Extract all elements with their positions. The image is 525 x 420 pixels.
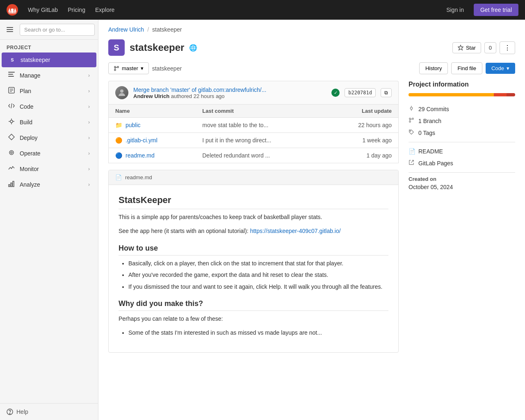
explore-link[interactable]: Explore	[95, 7, 114, 13]
readme-intro: This is a simple app for parents/coaches…	[119, 212, 388, 221]
readme-how-list: Basically, click on a player, then click…	[119, 259, 388, 291]
file-name-cell[interactable]: 🟠 .gitlab-ci.yml	[109, 133, 196, 148]
tags-info-item[interactable]: 0 Tags	[409, 127, 515, 139]
project-title: statskeeper	[130, 42, 184, 53]
commits-label: 29 Commits	[418, 106, 449, 112]
file-name-cell[interactable]: 🔵 readme.md	[109, 148, 196, 163]
last-update-cell: 1 week ago	[325, 133, 399, 148]
sidebar-item-plan[interactable]: Plan ›	[2, 84, 96, 98]
sidebar-item-monitor[interactable]: Monitor ›	[2, 162, 96, 176]
svg-point-25	[114, 69, 116, 71]
readme-body: StatsKeeper This is a simple app for par…	[109, 185, 398, 352]
breadcrumb-repo: statskeeper	[152, 26, 182, 33]
svg-point-11	[10, 120, 13, 123]
operate-label: Operate	[20, 150, 84, 157]
commit-hash[interactable]: b220781d	[345, 88, 376, 97]
manage-chevron: ›	[88, 73, 90, 78]
copy-hash-button[interactable]: ⧉	[381, 88, 392, 97]
info-divider-2	[409, 172, 515, 173]
svg-point-17	[11, 152, 12, 153]
svg-line-10	[11, 103, 12, 108]
file-name-cell[interactable]: 📁 public	[109, 118, 196, 133]
gitlab-logo[interactable]	[7, 4, 18, 16]
readme-info-item[interactable]: 📄 README	[409, 146, 515, 157]
commit-meta: Andrew Ulrich authored 22 hours ago	[133, 93, 326, 99]
list-item: Some of the stats I'm interested in such…	[128, 328, 388, 337]
sidebar-item-build[interactable]: Build ›	[2, 115, 96, 130]
plan-icon	[8, 87, 16, 95]
code-icon	[8, 103, 16, 111]
readme-filename: readme.md	[125, 174, 152, 180]
pricing-link[interactable]: Pricing	[68, 7, 85, 13]
sidebar-item-analyze[interactable]: Analyze ›	[2, 177, 96, 192]
readme-why-list: Some of the stats I'm interested in such…	[119, 328, 388, 337]
readme-app-link-line: See the app here (it starts with an opti…	[119, 226, 388, 235]
svg-point-34	[410, 131, 411, 132]
svg-line-35	[411, 160, 413, 163]
why-gitlab-link[interactable]: Why GitLab	[28, 7, 58, 13]
deploy-icon	[8, 134, 16, 142]
sidebar-item-statskeeper[interactable]: S statskeeper	[2, 52, 96, 67]
plan-chevron: ›	[88, 88, 90, 94]
more-button[interactable]: ⋮	[500, 41, 515, 54]
svg-point-16	[9, 151, 14, 155]
readme-why-title: Why did you make this?	[119, 299, 388, 311]
project-header: S statskeeper 🌐 Star 0 ⋮	[108, 39, 515, 56]
operate-chevron: ›	[88, 151, 90, 156]
svg-point-26	[117, 66, 119, 68]
sidebar: Search or go to... Project S statskeeper…	[0, 20, 98, 420]
main-content: Andrew Ulrich / statskeeper S statskeepe…	[98, 20, 525, 420]
file-icon: 📁	[115, 122, 122, 128]
readme-section: 📄 readme.md StatsKeeper This is a simple…	[108, 170, 399, 353]
commit-message[interactable]: Merge branch 'master' of gitlab.com:andr…	[133, 87, 326, 93]
list-item: Basically, click on a player, then click…	[128, 259, 388, 268]
col-last-update: Last update	[325, 105, 399, 118]
sidebar-item-operate[interactable]: Operate ›	[2, 146, 96, 161]
sidebar-item-deploy[interactable]: Deploy ›	[2, 130, 96, 145]
branch-name: master	[122, 65, 138, 71]
svg-point-27	[120, 89, 123, 93]
breadcrumb: Andrew Ulrich / statskeeper	[108, 26, 515, 33]
code-button[interactable]: Code ▾	[486, 63, 515, 74]
branch-info-label: 1 Branch	[418, 118, 441, 124]
code-label: Code	[20, 103, 84, 110]
breadcrumb-user-link[interactable]: Andrew Ulrich	[108, 26, 144, 33]
info-divider-1	[409, 142, 515, 142]
readme-why-intro: Perhaps you can relate to a few of these…	[119, 314, 388, 323]
sidebar-item-manage[interactable]: Manage ›	[2, 68, 96, 83]
sidebar-toggle-button[interactable]	[3, 23, 16, 36]
gitlab-pages-item[interactable]: GitLab Pages	[409, 157, 515, 169]
table-row: 🔵 readme.md Deleted redundant word ... 1…	[109, 148, 399, 163]
commit-time: 22 hours ago	[194, 93, 225, 99]
sign-in-link[interactable]: Sign in	[446, 7, 464, 13]
branch-info-item[interactable]: 1 Branch	[409, 115, 515, 127]
help-button[interactable]: Help	[0, 403, 98, 420]
sidebar-item-code[interactable]: Code ›	[2, 99, 96, 114]
deploy-chevron: ›	[88, 135, 90, 141]
content-with-sidebar: Merge branch 'master' of gitlab.com:andr…	[108, 81, 515, 353]
commits-info-item[interactable]: 29 Commits	[409, 103, 515, 115]
last-update-cell: 1 day ago	[325, 148, 399, 163]
readme-app-link[interactable]: https://statskeeper-409c07.gitlab.io/	[250, 228, 341, 234]
svg-rect-2	[7, 31, 13, 32]
branch-button[interactable]: master ▾	[108, 62, 149, 74]
svg-rect-1	[7, 29, 13, 30]
find-file-button[interactable]: Find file	[451, 62, 482, 74]
analyze-icon	[8, 180, 16, 189]
right-sidebar: Project information 29 Commits 1	[409, 81, 515, 353]
table-row: 📁 public move stat table to the to... 22…	[109, 118, 399, 133]
svg-point-32	[409, 121, 411, 123]
monitor-icon	[8, 165, 16, 173]
svg-rect-4	[8, 74, 13, 75]
free-trial-button[interactable]: Get free trial	[474, 4, 518, 16]
created-on-date: October 05, 2024	[409, 184, 515, 190]
commit-info: Merge branch 'master' of gitlab.com:andr…	[108, 81, 399, 104]
search-input[interactable]: Search or go to...	[20, 24, 95, 36]
col-last-commit: Last commit	[196, 105, 325, 118]
readme-title: StatsKeeper	[119, 195, 388, 209]
svg-point-28	[410, 107, 412, 109]
history-button[interactable]: History	[419, 62, 448, 74]
star-button[interactable]: Star	[452, 42, 481, 53]
sidebar-item-label: statskeeper	[21, 57, 90, 63]
file-name-label: public	[126, 122, 141, 128]
